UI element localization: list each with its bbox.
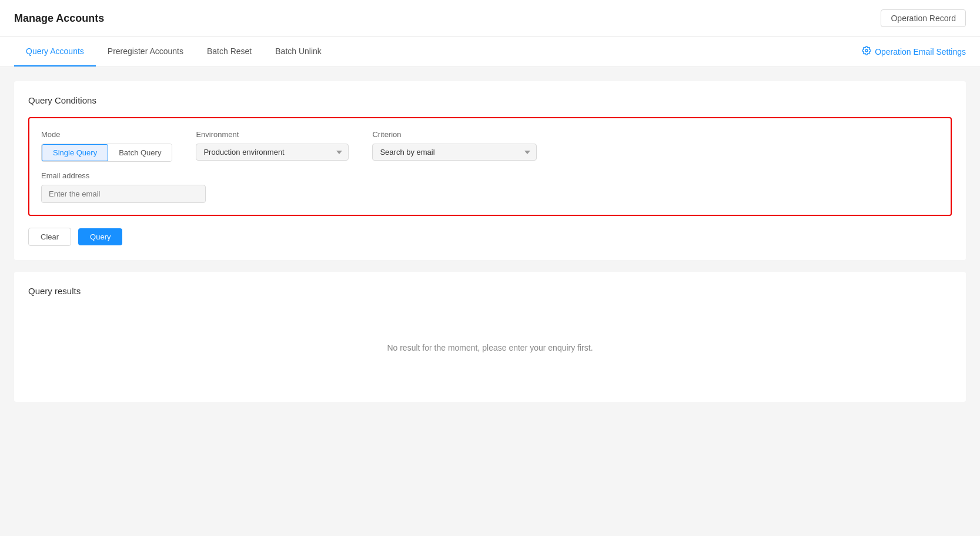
page-title: Manage Accounts [14,12,104,25]
environment-group: Environment Production environment [196,130,349,161]
mode-buttons: Single Query Batch Query [41,144,172,162]
environment-select[interactable]: Production environment [196,144,349,161]
conditions-row-1: Mode Single Query Batch Query Environmen… [41,130,939,162]
results-section: Query results No result for the moment, … [14,272,966,402]
no-result-text: No result for the moment, please enter y… [28,308,952,388]
email-address-group: Email address [41,171,939,203]
query-conditions-title: Query Conditions [28,95,952,105]
header: Manage Accounts Operation Record [0,0,980,37]
criterion-group: Criterion Search by email [372,130,537,161]
operation-record-button[interactable]: Operation Record [881,9,966,27]
clear-button[interactable]: Clear [28,228,71,246]
environment-label: Environment [196,130,349,139]
email-input[interactable] [41,185,206,203]
criterion-label: Criterion [372,130,537,139]
tab-preregister-accounts[interactable]: Preregister Accounts [96,37,195,66]
query-conditions-box: Mode Single Query Batch Query Environmen… [28,117,952,216]
email-address-label: Email address [41,171,939,180]
svg-point-0 [865,49,868,52]
results-title: Query results [28,286,952,296]
gear-icon [862,46,871,58]
batch-query-button[interactable]: Batch Query [108,144,172,161]
tab-query-accounts[interactable]: Query Accounts [14,37,96,66]
operation-email-settings-label: Operation Email Settings [875,47,966,56]
query-conditions-section: Query Conditions Mode Single Query Batch… [14,81,966,260]
criterion-select[interactable]: Search by email [372,144,537,161]
tab-batch-reset[interactable]: Batch Reset [195,37,263,66]
operation-email-settings-link[interactable]: Operation Email Settings [862,46,966,58]
query-button[interactable]: Query [78,228,122,245]
nav-bar: Query Accounts Preregister Accounts Batc… [0,37,980,67]
nav-tabs: Query Accounts Preregister Accounts Batc… [14,37,333,66]
main-content: Query Conditions Mode Single Query Batch… [0,67,980,532]
mode-label: Mode [41,130,172,139]
mode-group: Mode Single Query Batch Query [41,130,172,162]
tab-batch-unlink[interactable]: Batch Unlink [263,37,333,66]
single-query-button[interactable]: Single Query [42,144,108,161]
actions-row: Clear Query [28,228,952,246]
